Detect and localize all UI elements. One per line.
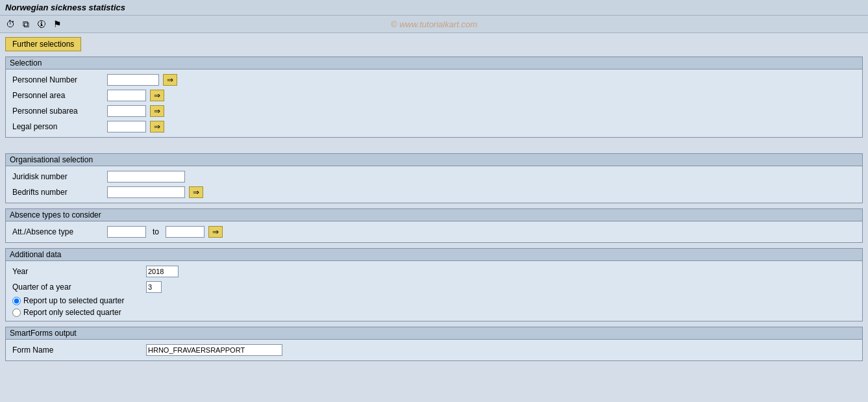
bedrifts-number-arrow-btn[interactable]: ⇒: [189, 186, 203, 198]
personnel-area-label: Personnel area: [12, 91, 103, 100]
personnel-subarea-arrow-btn[interactable]: ⇒: [150, 105, 164, 117]
toolbar: ⏱ ⧉ 🛈 ⚑ © www.tutorialkart.com: [0, 16, 868, 33]
legal-person-row: Legal person ⇒: [12, 120, 856, 133]
organisational-section: Organisational selection Juridisk number…: [5, 153, 863, 203]
form-name-label: Form Name: [12, 345, 142, 355]
personnel-subarea-label: Personnel subarea: [12, 107, 103, 116]
info-icon[interactable]: 🛈: [35, 18, 48, 31]
year-row: Year: [12, 265, 856, 278]
additional-data-header: Additional data: [6, 249, 862, 261]
personnel-subarea-input[interactable]: [107, 105, 146, 117]
personnel-area-input[interactable]: [107, 90, 146, 101]
legal-person-arrow-btn[interactable]: ⇒: [150, 121, 164, 132]
copy-icon[interactable]: ⧉: [19, 18, 32, 31]
personnel-subarea-row: Personnel subarea ⇒: [12, 105, 856, 118]
further-selections-button[interactable]: Further selections: [5, 37, 81, 51]
absence-type-row: Att./Absence type to ⇒: [12, 225, 856, 238]
year-input[interactable]: [146, 266, 179, 277]
juridisk-number-input[interactable]: [107, 171, 185, 182]
personnel-number-row: Personnel Number ⇒: [12, 73, 856, 86]
personnel-number-arrow-btn[interactable]: ⇒: [163, 74, 177, 86]
radio-only-quarter[interactable]: [12, 308, 21, 317]
smartforms-header: SmartForms output: [6, 327, 862, 340]
organisational-section-body: Juridisk number Bedrifts number ⇒: [6, 166, 862, 203]
form-name-input[interactable]: [146, 344, 282, 356]
personnel-area-arrow-btn[interactable]: ⇒: [150, 90, 164, 101]
legal-person-input[interactable]: [107, 121, 146, 132]
radio-only-label: Report only selected quarter: [23, 308, 121, 317]
radio-up-to-quarter[interactable]: [12, 297, 21, 305]
quarter-label: Quarter of a year: [12, 283, 142, 292]
absence-type-arrow-btn[interactable]: ⇒: [208, 226, 223, 238]
year-label: Year: [12, 267, 142, 276]
additional-data-body: Year Quarter of a year Report up to sele…: [6, 261, 862, 321]
form-name-row: Form Name: [12, 344, 856, 357]
additional-data-section: Additional data Year Quarter of a year R…: [5, 248, 863, 321]
personnel-number-input[interactable]: [107, 74, 159, 86]
quarter-input[interactable]: [146, 281, 162, 293]
app-title: Norwegian sickness statistics: [5, 3, 125, 12]
radio-up-to-label: Report up to selected quarter: [23, 296, 124, 305]
absence-type-from-input[interactable]: [107, 226, 146, 238]
legal-person-label: Legal person: [12, 122, 103, 131]
to-label: to: [153, 227, 159, 236]
selection-section-body: Personnel Number ⇒ Personnel area ⇒ Pers…: [6, 69, 862, 137]
bedrifts-number-input[interactable]: [107, 186, 185, 198]
watermark: © www.tutorialkart.com: [391, 19, 477, 29]
title-bar: Norwegian sickness statistics: [0, 0, 868, 16]
juridisk-number-row: Juridisk number: [12, 170, 856, 183]
absence-type-label: Att./Absence type: [12, 227, 103, 236]
radio-up-to-row: Report up to selected quarter: [12, 296, 856, 305]
selection-section: Selection Personnel Number ⇒ Personnel a…: [5, 57, 863, 138]
personnel-number-label: Personnel Number: [12, 75, 103, 84]
organisational-section-header: Organisational selection: [6, 154, 862, 166]
selection-section-header: Selection: [6, 57, 862, 69]
clock-icon[interactable]: ⏱: [4, 18, 17, 31]
quarter-row: Quarter of a year: [12, 281, 856, 294]
bedrifts-number-row: Bedrifts number ⇒: [12, 186, 856, 199]
bedrifts-number-label: Bedrifts number: [12, 188, 103, 197]
absence-section: Absence types to consider Att./Absence t…: [5, 208, 863, 243]
main-content: Further selections Selection Personnel N…: [0, 33, 868, 368]
smartforms-section: SmartForms output Form Name: [5, 327, 863, 361]
personnel-area-row: Personnel area ⇒: [12, 89, 856, 102]
flag-icon[interactable]: ⚑: [51, 18, 64, 31]
radio-only-row: Report only selected quarter: [12, 308, 856, 317]
smartforms-body: Form Name: [6, 340, 862, 360]
absence-section-header: Absence types to consider: [6, 209, 862, 221]
juridisk-number-label: Juridisk number: [12, 172, 103, 181]
absence-type-to-input[interactable]: [166, 226, 205, 238]
absence-section-body: Att./Absence type to ⇒: [6, 221, 862, 242]
